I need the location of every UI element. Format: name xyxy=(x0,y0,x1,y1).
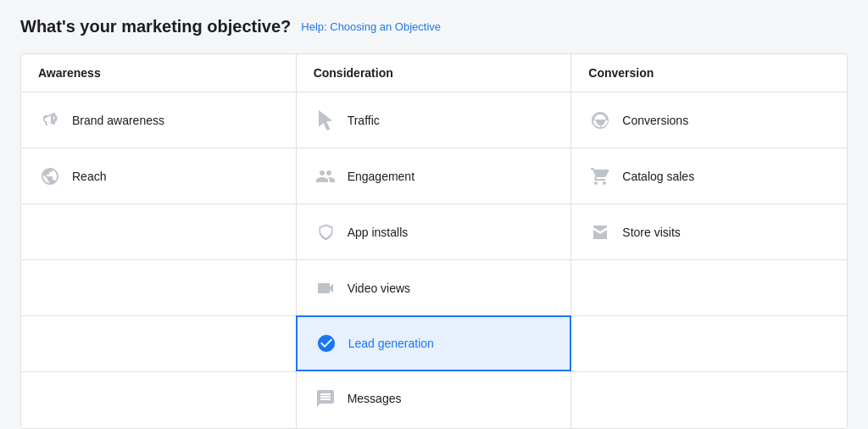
chat-icon xyxy=(314,387,337,410)
empty-cell xyxy=(21,204,296,260)
option-traffic[interactable]: Traffic xyxy=(297,92,571,148)
option-label-traffic: Traffic xyxy=(348,114,380,127)
option-app-installs[interactable]: App installs xyxy=(297,204,571,260)
page-title: What's your marketing objective? xyxy=(20,17,291,36)
option-label-app-installs: App installs xyxy=(348,226,409,239)
empty-cell xyxy=(21,316,296,372)
option-reach[interactable]: Reach xyxy=(21,148,296,204)
help-link[interactable]: Help: Choosing an Objective xyxy=(301,20,441,33)
option-label-lead-generation: Lead generation xyxy=(348,337,434,350)
empty-cell xyxy=(571,372,847,428)
option-video-views[interactable]: Video views xyxy=(297,260,571,316)
objective-table: AwarenessConsiderationConversion Brand a… xyxy=(20,53,848,429)
option-label-brand-awareness: Brand awareness xyxy=(72,114,164,127)
box-icon xyxy=(314,220,337,244)
option-label-video-views: Video views xyxy=(348,281,410,295)
option-messages[interactable]: Messages xyxy=(297,370,571,426)
option-catalog-sales[interactable]: Catalog sales xyxy=(571,148,847,204)
people-icon xyxy=(314,164,337,188)
option-conversions[interactable]: Conversions xyxy=(571,92,847,148)
option-label-reach: Reach xyxy=(72,170,106,183)
col-header-conversion: Conversion xyxy=(571,54,847,92)
option-label-catalog-sales: Catalog sales xyxy=(622,170,694,183)
store-icon xyxy=(588,220,612,244)
col-conversion: ConversionsCatalog salesStore visits xyxy=(571,92,847,428)
option-store-visits[interactable]: Store visits xyxy=(571,204,847,260)
empty-cell xyxy=(571,260,847,316)
option-engagement[interactable]: Engagement xyxy=(297,148,571,204)
reach-icon xyxy=(38,164,62,188)
page-header: What's your marketing objective? Help: C… xyxy=(20,17,848,36)
table-body: Brand awarenessReachTrafficEngagementApp… xyxy=(21,92,847,428)
empty-cell xyxy=(571,316,847,372)
empty-cell xyxy=(21,372,296,428)
globe-icon xyxy=(588,109,612,132)
col-header-awareness: Awareness xyxy=(21,54,297,92)
col-consideration: TrafficEngagementApp installsVideo views… xyxy=(297,92,572,428)
option-lead-generation[interactable]: Lead generation xyxy=(296,315,572,371)
cart-icon xyxy=(588,164,612,188)
col-header-consideration: Consideration xyxy=(297,54,572,92)
option-label-conversions: Conversions xyxy=(622,114,688,127)
option-label-store-visits: Store visits xyxy=(622,226,680,239)
empty-cell xyxy=(21,260,296,316)
option-brand-awareness[interactable]: Brand awareness xyxy=(21,92,296,148)
table-header-row: AwarenessConsiderationConversion xyxy=(21,54,847,92)
option-label-engagement: Engagement xyxy=(348,170,415,183)
option-label-messages: Messages xyxy=(348,392,402,405)
cursor-icon xyxy=(314,109,337,132)
col-awareness: Brand awarenessReach xyxy=(21,92,297,428)
check-circle-icon xyxy=(314,332,338,355)
megaphone-icon xyxy=(38,109,62,132)
video-icon xyxy=(314,276,337,300)
